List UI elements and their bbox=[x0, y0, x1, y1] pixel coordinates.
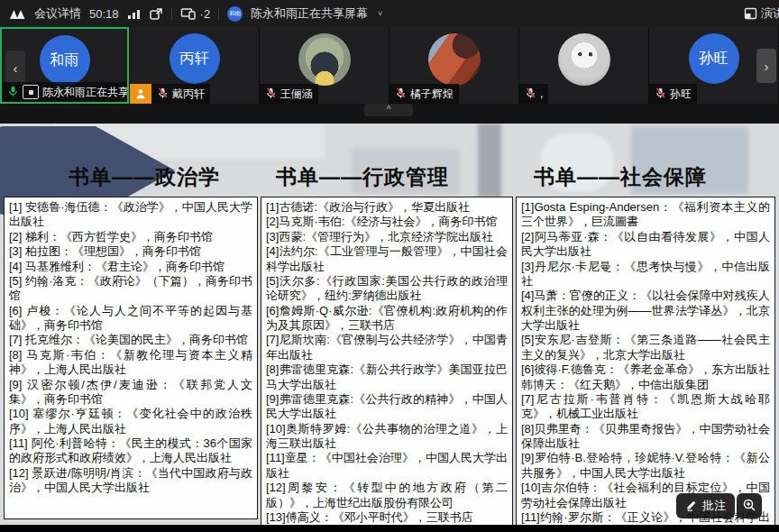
book-item: [2]阿马蒂亚·森：《以自由看待发展》，中国人民大学出版社 bbox=[521, 230, 770, 260]
book-item: [9]弗雷德里克森:《公共行政的精神》，中国人民大学出版社 bbox=[266, 392, 508, 422]
participant-label: 孙旺 bbox=[649, 84, 697, 104]
participant-tile[interactable]: 橘子辉煌 bbox=[390, 27, 518, 104]
participant-name: , bbox=[540, 87, 543, 100]
screens-icon[interactable] bbox=[180, 7, 197, 20]
mic-muted-icon bbox=[395, 87, 407, 102]
participant-label: 陈永和雨正在共享 bbox=[2, 82, 127, 102]
letterbox-bar bbox=[0, 525, 779, 532]
shared-screen-slide: 书单——政治学 书单——行政管理 书单——社会保障 [1] 安德鲁·海伍德：《政… bbox=[0, 124, 779, 532]
book-item: [6]彼得·F.德鲁克：《养老金革命》，东方出版社 bbox=[521, 362, 770, 377]
screens-count: ·2 bbox=[200, 7, 211, 21]
meeting-timer: 50:18 bbox=[89, 7, 119, 21]
avatar-image bbox=[428, 33, 481, 86]
book-item: [9] 汉密尔顿/杰伊/麦迪逊：《联邦党人文集》，商务印书馆 bbox=[9, 378, 252, 408]
book-item: [3]西蒙:《管理行为》，北京经济学院出版社 bbox=[266, 230, 508, 244]
magnifier-plus-icon bbox=[742, 498, 756, 515]
book-item: [8] 马克斯·韦伯：《新教伦理与资本主义精神》，上海人民出版社 bbox=[9, 348, 252, 378]
book-item: [8]弗雷德里克森:《新公共行政学》美国亚拉巴马大学出版社 bbox=[266, 362, 508, 392]
participant-name: 王俪涵 bbox=[280, 87, 313, 102]
meeting-details-button[interactable]: 会议详情 bbox=[34, 5, 81, 22]
participant-label: , bbox=[519, 84, 548, 104]
book-item: [3]丹尼尔·卡尼曼：《思考快与慢》，中信出版社 bbox=[521, 260, 770, 289]
book-item: [1] 安德鲁·海伍德：《政治学》，中国人民大学出版社 bbox=[9, 200, 252, 230]
book-item: [10] 塞缪尔·亨廷顿：《变化社会中的政治秩序》，上海人民出版社 bbox=[9, 407, 252, 436]
book-item: [3] 柏拉图：《理想国》，商务印书馆 bbox=[9, 244, 252, 259]
annotate-label: 批注 bbox=[702, 498, 726, 514]
meeting-logo-icon bbox=[9, 7, 26, 20]
mic-muted-icon bbox=[157, 87, 169, 102]
book-item: [4] 马基雅维利：《君主论》，商务印书馆 bbox=[9, 260, 252, 274]
participant-name: 孙旺 bbox=[670, 87, 692, 102]
column-title-politics: 书单——政治学 bbox=[69, 163, 220, 191]
participant-name: 陈永和雨正在共享 bbox=[42, 85, 127, 100]
mic-on-icon bbox=[7, 85, 19, 100]
column-title-administration: 书单——行政管理 bbox=[276, 163, 449, 191]
sharer-avatar: 和雨 bbox=[227, 6, 243, 22]
person-badge-icon bbox=[130, 84, 151, 104]
book-item: [5]安东尼·吉登斯：《第三条道路——社会民主主义的复兴》，北京大学出版社 bbox=[521, 333, 770, 362]
participant-tile[interactable]: 王俪涵 bbox=[260, 27, 389, 104]
mic-muted-icon bbox=[655, 87, 666, 102]
column-title-social-security: 书单——社会保障 bbox=[534, 163, 707, 191]
book-item: [1]古德诺:《政治与行政》，华夏出版社 bbox=[266, 200, 508, 215]
participant-tile-sharer[interactable]: 和雨 ‹ 陈永和雨正在共享 bbox=[0, 27, 129, 104]
participant-tile[interactable]: 孙旺 › 孙旺 bbox=[649, 27, 778, 104]
book-item: [7]尼斯坎南:《官僚制与公共经济学》，中国青年出版社 bbox=[266, 333, 508, 362]
mic-muted-icon bbox=[265, 87, 277, 102]
participants-strip: 和雨 ‹ 陈永和雨正在共享 丙轩 戴丙轩 bbox=[0, 27, 779, 104]
screen-sharing-icon bbox=[23, 85, 39, 99]
book-item: [1]Gosta Esping-Andersen：《福利资本主义的三个世界》，巨… bbox=[521, 200, 770, 230]
avatar-image bbox=[558, 33, 610, 86]
signal-strength-icon[interactable] bbox=[127, 8, 141, 20]
participant-label: 橘子辉煌 bbox=[390, 84, 459, 104]
view-mode-switch[interactable]: 演讲 bbox=[744, 5, 779, 22]
book-item: [12] 景跃进/陈明明/肖滨：《当代中国政府与政治》，中国人民大学出版社 bbox=[9, 466, 252, 496]
book-list-politics: [1] 安德鲁·海伍德：《政治学》，中国人民大学出版社[2] 梯利：《西方哲学史… bbox=[4, 197, 258, 519]
avatar-image bbox=[298, 33, 351, 86]
topbar-divider bbox=[218, 7, 219, 20]
avatar: 孙旺 bbox=[689, 33, 739, 84]
book-item: [5]沃尔多:《行政国家:美国公共行政的政治理论研究》，纽约:罗纳德出版社 bbox=[266, 274, 508, 304]
sharing-banner[interactable]: 陈永和雨正在共享屏幕 bbox=[251, 5, 368, 22]
book-item: [12]周黎安：《转型中的地方政府（第二版）》，上海世纪出版股份有限公司 bbox=[266, 481, 508, 510]
book-item: [10]奥斯特罗姆:《公共事物的治理之道》，上海三联出版社 bbox=[266, 422, 508, 452]
book-item: [2] 梯利：《西方哲学史》，商务印书馆 bbox=[9, 230, 252, 244]
view-mode-label: 演讲 bbox=[761, 5, 779, 22]
book-item: [5] 约翰·洛克：《政府论》（下篇），商务印书馆 bbox=[9, 274, 252, 304]
avatar: 和雨 bbox=[40, 35, 90, 86]
prev-participants-button[interactable]: ‹ bbox=[5, 50, 25, 85]
book-item: 韩博天：《红天鹅》，中信出版集团 bbox=[521, 378, 770, 392]
book-item: [8]贝弗里奇：《贝弗里奇报告》，中国劳动社会保障出版社 bbox=[521, 422, 770, 452]
book-item: [7]尼古拉斯·韦普肖特：《凯恩斯大战哈耶克》，机械工业出版社 bbox=[521, 392, 770, 422]
next-participants-button[interactable]: › bbox=[756, 49, 776, 83]
book-item: [11]童星：《中国社会治理》，中国人民大学出版社 bbox=[266, 451, 508, 481]
book-item: [2]马克斯·韦伯:《经济与社会》，商务印书馆 bbox=[266, 215, 508, 229]
book-item: [4]马萧：官僚的正义：《以社会保障中对残疾人权利主张的处理为例——世界法学译丛… bbox=[521, 289, 770, 333]
popout-icon[interactable] bbox=[149, 7, 163, 21]
participant-tile[interactable]: , bbox=[519, 27, 648, 104]
book-item: [6]詹姆斯·Q·威尔逊:《官僚机构:政府机构的作为及其原因》，三联书店 bbox=[266, 304, 508, 334]
participant-label: 戴丙轩 bbox=[151, 84, 210, 104]
collapse-strip-button[interactable]: ^ bbox=[364, 104, 413, 116]
pen-icon bbox=[685, 499, 698, 514]
participant-tile[interactable]: 丙轩 戴丙轩 bbox=[130, 27, 259, 104]
zoom-in-button[interactable] bbox=[737, 493, 762, 518]
chevron-down-icon[interactable]: ˅ bbox=[378, 9, 382, 18]
view-layout-icon bbox=[744, 7, 757, 20]
topbar-divider bbox=[171, 7, 172, 20]
book-item: [11] 阿伦·利普哈特：《民主的模式：36个国家的政府形式和政府绩效》，上海人… bbox=[9, 436, 252, 466]
meeting-topbar: 会议详情 50:18 ·2 和雨 陈永和雨正在共享屏幕 ˅ 演讲 bbox=[0, 0, 779, 27]
participant-name: 橘子辉煌 bbox=[410, 87, 454, 102]
book-list-administration: [1]古德诺:《政治与行政》，华夏出版社[2]马克斯·韦伯:《经济与社会》，商务… bbox=[261, 197, 513, 532]
participant-label: 王俪涵 bbox=[260, 84, 318, 104]
book-item: [7] 托克维尔：《论美国的民主》，商务印书馆 bbox=[9, 333, 252, 347]
book-item: [13]傅高义：《邓小平时代》，三联书店 bbox=[266, 510, 508, 525]
avatar: 丙轩 bbox=[170, 33, 220, 84]
book-item: [4]法约尔:《工业管理与一般管理》，中国社会科学出版社 bbox=[266, 244, 508, 274]
book-list-social-security: [1]Gosta Esping-Andersen：《福利资本主义的三个世界》，巨… bbox=[516, 197, 775, 532]
book-item: [6] 卢梭：《论人与人之间不平等的起因与基础》，商务印书馆 bbox=[9, 304, 252, 334]
participant-name: 戴丙轩 bbox=[172, 87, 205, 102]
book-item: [9]罗伯特·B.登哈特，珍妮特·V.登哈特：《新公共服务》，中国人民大学出版社 bbox=[521, 451, 770, 481]
annotate-button[interactable]: 批注 bbox=[676, 493, 735, 518]
background-shape bbox=[478, 124, 501, 197]
